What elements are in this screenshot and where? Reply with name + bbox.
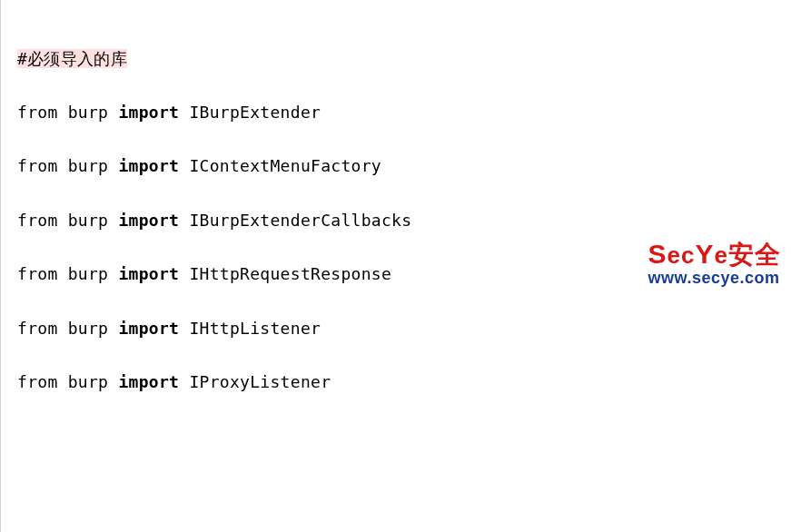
watermark: SecYe安全 www.secye.com <box>648 241 781 286</box>
module-name: burp <box>68 211 109 230</box>
import-line: from burp import IBurpExtender <box>17 99 801 126</box>
keyword-import: import <box>118 103 179 122</box>
import-name: IBurpExtender <box>189 103 321 122</box>
import-name: IHttpListener <box>189 319 321 338</box>
import-name: IHttpRequestResponse <box>189 264 391 283</box>
module-name: burp <box>68 319 109 338</box>
watermark-title: SecYe安全 <box>648 241 781 268</box>
keyword-import: import <box>118 319 179 338</box>
keyword-from: from <box>17 156 58 175</box>
keyword-from: from <box>17 211 58 230</box>
keyword-import: import <box>118 156 179 175</box>
module-name: burp <box>68 372 109 391</box>
blank-line <box>17 477 801 504</box>
watermark-url: www.secye.com <box>648 270 781 286</box>
import-line: from burp import IContextMenuFactory <box>17 153 801 180</box>
keyword-from: from <box>17 372 58 391</box>
import-name: IBurpExtenderCallbacks <box>189 211 411 230</box>
keyword-import: import <box>118 372 179 391</box>
import-line: from burp import IBurpExtenderCallbacks <box>17 207 801 234</box>
keyword-import: import <box>118 211 179 230</box>
keyword-from: from <box>17 319 58 338</box>
keyword-from: from <box>17 264 58 283</box>
comment-line: #必须导入的库 <box>17 45 801 73</box>
import-line: from burp import IProxyListener <box>17 369 801 396</box>
keyword-import: import <box>118 264 179 283</box>
import-line: from burp import IHttpListener <box>17 315 801 342</box>
blank-line <box>17 422 801 449</box>
module-name: burp <box>68 103 109 122</box>
module-name: burp <box>68 156 109 175</box>
comment-section1: #必须导入的库 <box>17 49 127 68</box>
keyword-from: from <box>17 103 58 122</box>
import-name: IProxyListener <box>189 372 331 391</box>
module-name: burp <box>68 264 109 283</box>
import-name: IContextMenuFactory <box>189 156 381 175</box>
